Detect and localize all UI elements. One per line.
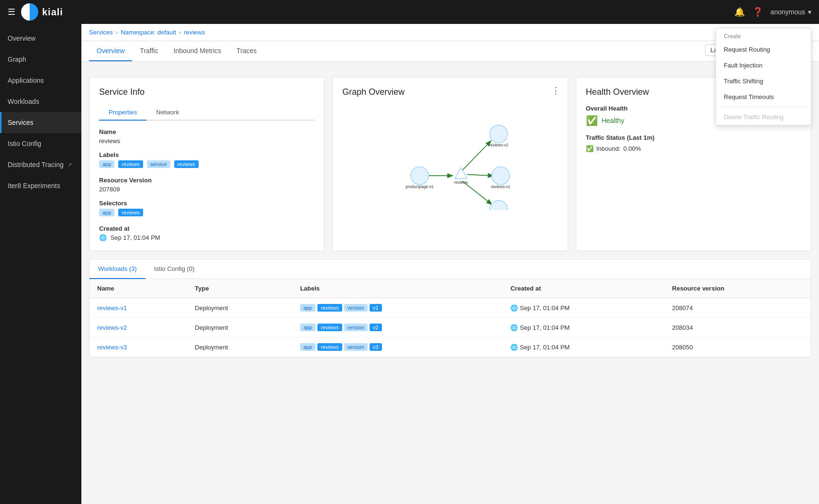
dropdown-item-fault-injection[interactable]: Fault Injection bbox=[716, 57, 811, 73]
created-at-label: Created at bbox=[99, 225, 314, 232]
tab-traces[interactable]: Traces bbox=[229, 41, 264, 61]
row-labels: app reviews version v1 bbox=[292, 298, 503, 318]
globe-icon: 🌐 bbox=[510, 324, 518, 331]
row-resource-version: 208034 bbox=[664, 318, 811, 337]
selector-badge-app: app bbox=[99, 209, 114, 216]
col-type: Type bbox=[187, 279, 292, 298]
bottom-tab-istio-config[interactable]: Istio Config (0) bbox=[146, 259, 203, 279]
health-status-text: Healthy bbox=[602, 117, 624, 124]
sidebar-item-label: Overview bbox=[8, 34, 35, 42]
chevron-down-icon: ▾ bbox=[808, 8, 811, 16]
breadcrumb-namespace-link[interactable]: Namespace: default bbox=[121, 29, 176, 36]
sidebar-item-label: Applications bbox=[8, 77, 44, 84]
reviews-v1-link[interactable]: reviews-v1 bbox=[97, 304, 127, 312]
sidebar-item-overview[interactable]: Overview bbox=[0, 28, 81, 49]
table-row: reviews-v1 Deployment app reviews versio… bbox=[90, 298, 811, 318]
sidebar-item-label: Graph bbox=[8, 56, 26, 63]
inbound-check-icon: ✅ bbox=[586, 145, 594, 152]
username: anonymous bbox=[771, 8, 805, 16]
bottom-tab-workloads[interactable]: Workloads (3) bbox=[90, 259, 146, 279]
labels-badges: app reviews service reviews bbox=[99, 160, 314, 170]
label-app: app bbox=[300, 304, 315, 312]
table-row: reviews-v3 Deployment app reviews versio… bbox=[90, 337, 811, 357]
dropdown-item-request-timeouts[interactable]: Request Timeouts bbox=[716, 89, 811, 105]
label-app: app bbox=[300, 343, 315, 351]
nav-left: ☰ kiali bbox=[8, 3, 63, 21]
tab-inbound-metrics[interactable]: Inbound Metrics bbox=[166, 41, 229, 61]
label-reviews: reviews bbox=[317, 324, 342, 331]
sidebar-item-graph[interactable]: Graph bbox=[0, 49, 81, 70]
reviews-v3-link[interactable]: reviews-v3 bbox=[97, 344, 127, 351]
main-layout: Overview Graph Applications Workloads Se… bbox=[0, 24, 819, 504]
notifications-icon[interactable]: 🔔 bbox=[734, 7, 745, 17]
user-menu[interactable]: anonymous ▾ bbox=[771, 8, 811, 16]
resource-version-value: 207809 bbox=[99, 186, 314, 193]
health-status-icon: ✅ bbox=[586, 115, 598, 126]
actions-dropdown-menu: Create Request Routing Fault Injection T… bbox=[716, 28, 811, 125]
table-head: Name Type Labels Created at Resource ver… bbox=[90, 279, 811, 298]
top-navigation: ☰ kiali 🔔 ❓ anonymous ▾ bbox=[0, 0, 819, 24]
row-labels: app reviews version v2 bbox=[292, 318, 503, 337]
inbound-value: 0.00% bbox=[623, 145, 641, 152]
tab-traffic[interactable]: Traffic bbox=[132, 41, 166, 61]
traffic-status-section: Traffic Status (Last 1m) ✅ Inbound: 0.00… bbox=[586, 134, 801, 152]
resource-version-label: Resource Version bbox=[99, 177, 314, 184]
row-name: reviews-v2 bbox=[90, 318, 187, 337]
row-created-at: 🌐 Sep 17, 01:04 PM bbox=[503, 318, 664, 337]
dropdown-item-traffic-shifting[interactable]: Traffic Shifting bbox=[716, 73, 811, 89]
sidebar-item-services[interactable]: Services bbox=[0, 112, 81, 133]
bottom-tabs: Workloads (3) Istio Config (0) bbox=[90, 259, 811, 279]
table-body: reviews-v1 Deployment app reviews versio… bbox=[90, 298, 811, 357]
reviews-v2-link[interactable]: reviews-v2 bbox=[97, 324, 127, 331]
sidebar-item-label: Iter8 Experiments bbox=[8, 182, 60, 190]
globe-icon: 🌐 bbox=[510, 304, 518, 312]
nav-right: 🔔 ❓ anonymous ▾ bbox=[734, 7, 811, 17]
logo-text: kiali bbox=[42, 7, 63, 18]
label-version: version bbox=[344, 304, 368, 312]
sidebar-item-iter8[interactable]: Iter8 Experiments bbox=[0, 175, 81, 196]
graph-overview-title: Graph Overview bbox=[342, 87, 558, 97]
label-badge-app: app bbox=[99, 160, 114, 168]
external-link-icon: ↗ bbox=[67, 162, 72, 168]
globe-icon: 🌐 bbox=[510, 344, 518, 351]
si-tab-network[interactable]: Network bbox=[146, 105, 189, 121]
sidebar-item-workloads[interactable]: Workloads bbox=[0, 91, 81, 112]
page-header: Overview Traffic Inbound Metrics Traces … bbox=[81, 41, 819, 62]
breadcrumb-sep-1: › bbox=[116, 29, 118, 36]
sidebar-item-applications[interactable]: Applications bbox=[0, 70, 81, 91]
label-badge-service: service bbox=[147, 160, 170, 168]
row-resource-version: 208050 bbox=[664, 337, 811, 357]
dropdown-divider bbox=[716, 107, 811, 107]
breadcrumb: Services › Namespace: default › reviews bbox=[81, 24, 819, 41]
node-label-reviews-v1: reviews-v1 bbox=[491, 184, 511, 189]
breadcrumb-reviews-link[interactable]: reviews bbox=[184, 29, 205, 36]
edge-reviews-v2 bbox=[462, 141, 491, 170]
hamburger-menu-icon[interactable]: ☰ bbox=[8, 7, 15, 17]
tab-overview[interactable]: Overview bbox=[89, 41, 132, 61]
sidebar-item-label: Distributed Tracing bbox=[8, 161, 64, 168]
label-reviews: reviews bbox=[317, 304, 342, 312]
sidebar-item-istio-config[interactable]: Istio Config bbox=[0, 133, 81, 154]
node-productpage-v1[interactable] bbox=[411, 167, 428, 184]
node-reviews-v1[interactable] bbox=[492, 167, 510, 184]
sidebar-item-distributed-tracing[interactable]: Distributed Tracing ↗ bbox=[0, 154, 81, 175]
name-value: reviews bbox=[99, 137, 314, 145]
breadcrumb-sep-2: › bbox=[179, 29, 181, 36]
label-v2: v2 bbox=[370, 324, 382, 331]
si-tab-properties[interactable]: Properties bbox=[99, 105, 146, 121]
inbound-label: Inbound: bbox=[596, 145, 621, 152]
help-icon[interactable]: ❓ bbox=[752, 7, 763, 17]
col-labels: Labels bbox=[292, 279, 503, 298]
node-label-productpage-v1: productpage-v1 bbox=[406, 184, 434, 189]
kiali-logo-icon bbox=[21, 3, 38, 21]
node-reviews-v2[interactable] bbox=[490, 125, 507, 143]
logo[interactable]: kiali bbox=[21, 3, 63, 21]
node-reviews[interactable] bbox=[455, 168, 467, 179]
graph-menu-button[interactable]: ⋮ bbox=[551, 85, 560, 96]
dropdown-item-request-routing[interactable]: Request Routing bbox=[716, 42, 811, 57]
workloads-table: Name Type Labels Created at Resource ver… bbox=[90, 279, 811, 357]
breadcrumb-services-link[interactable]: Services bbox=[89, 29, 113, 36]
table-row: reviews-v2 Deployment app reviews versio… bbox=[90, 318, 811, 337]
node-reviews-v3[interactable] bbox=[490, 201, 507, 210]
node-label-reviews: reviews bbox=[454, 180, 468, 185]
